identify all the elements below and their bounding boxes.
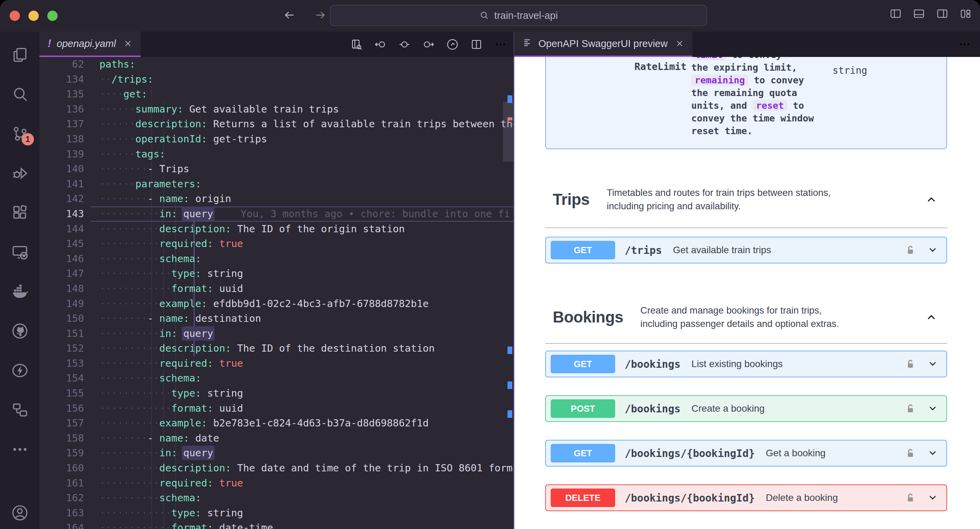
collapse-section-button[interactable] [924,194,939,204]
activity-item-search[interactable] [0,78,40,111]
line-number: 159 [40,446,91,461]
code-line-162[interactable]: 162··········schema: [40,491,513,506]
more-actions-button[interactable] [958,32,971,57]
code-line-163[interactable]: 163············type: string [40,506,513,521]
activity-item-flow[interactable] [0,394,40,426]
auth-lock-button[interactable] [905,402,916,416]
code-line-137[interactable]: 137······description: Returns a list of … [40,116,513,132]
overview-ruler-mark [508,410,512,418]
operation-row-get-bookingsbookingId[interactable]: GET/bookings/{bookingId}Get a booking [545,440,947,467]
editor-action-ellipsis[interactable] [493,37,507,51]
operation-row-delete-bookingsbookingId[interactable]: DELETE/bookings/{bookingId}Delete a book… [545,484,947,511]
activity-item-extensions[interactable] [0,196,40,229]
collapse-section-button[interactable] [924,312,939,322]
code-line-62[interactable]: 62paths: [40,57,513,72]
chevron-down-icon [926,245,940,255]
editor-action-preview-search[interactable] [349,37,363,51]
editor-action-split[interactable] [469,37,483,51]
layout-bottom-button[interactable] [912,7,926,21]
activity-item-lightning[interactable] [0,354,40,387]
code-line-150[interactable]: 150········- name: destination [40,311,513,326]
code-line-149[interactable]: 149··········example: efdbb9d1-02c2-4bc3… [40,296,513,311]
code-line-134[interactable]: 134··/trips: [40,72,513,87]
code-editor[interactable]: 62paths:134··/trips:135····get:136······… [40,57,513,529]
split-icon [470,38,483,51]
activity-item-remote[interactable] [0,236,40,269]
editor-action-next-change[interactable] [422,37,435,51]
editor-action-api-run[interactable] [445,37,459,51]
code-line-164[interactable]: 164············format: date-time [40,520,513,529]
layout-custom-button[interactable] [959,7,972,21]
code-line-158[interactable]: 158········- name: date [40,431,513,446]
activity-item-files[interactable] [0,38,40,71]
layout-right-button[interactable] [935,7,949,21]
expand-operation-button[interactable] [926,449,940,458]
editor-action-change[interactable] [398,37,411,51]
activity-item-ellipsis[interactable] [0,433,40,466]
operation-row-get-trips[interactable]: GET/tripsGet available train trips [545,237,947,263]
code-line-151[interactable]: 151··········in: query [40,326,513,341]
code-line-154[interactable]: 154··········schema: [40,371,513,386]
code-line-155[interactable]: 155············type: string [40,386,513,401]
code-line-147[interactable]: 147············type: string [40,266,513,281]
code-line-146[interactable]: 146··········schema: [40,252,513,266]
code-line-138[interactable]: 138······operationId: get-trips [40,132,513,147]
auth-lock-button[interactable] [905,491,916,505]
tab-label: openapi.yaml [57,38,116,49]
auth-lock-button[interactable] [905,357,916,371]
close-tab-button[interactable] [123,39,132,48]
close-tab-button[interactable] [675,39,684,48]
code-line-144[interactable]: 144··········description: The ID of the … [40,221,513,237]
code-line-145[interactable]: 145··········required: true [40,236,513,252]
activity-item-docker[interactable] [0,275,40,308]
tab-swagger-preview[interactable]: OpenAPI SwaggerUI preview [514,32,692,57]
code-line-156[interactable]: 156············format: uuid [40,401,513,416]
code-line-143[interactable]: 143··········in: queryYou, 3 months ago … [40,207,513,221]
code-line-148[interactable]: 148············format: uuid [40,281,513,296]
back-button[interactable] [280,6,298,24]
editor-scrollbar[interactable] [503,102,513,162]
expand-operation-button[interactable] [926,493,940,502]
overview-ruler-mark [508,346,512,354]
code-line-141[interactable]: 141······parameters: [40,177,513,192]
code-line-152[interactable]: 152··········description: The ID of the … [40,341,513,356]
warning-indicator-icon: ! [48,37,51,50]
zoom-window-button[interactable] [47,11,57,21]
minimize-window-button[interactable] [29,11,39,21]
code-line-153[interactable]: 153··········required: true [40,356,513,371]
header-description: limit to conveythe expiring limit,remain… [691,57,825,148]
activity-item-github[interactable] [0,315,40,347]
operation-path: /bookings [625,403,681,415]
lock-open-icon [905,357,916,371]
operation-path: /bookings/{bookingId} [625,492,755,504]
line-number: 156 [40,401,91,416]
activity-bar: 1 [0,32,40,529]
tab-openapi-yaml[interactable]: ! openapi.yaml [40,32,141,57]
expand-operation-button[interactable] [926,360,940,368]
auth-lock-button[interactable] [905,446,916,460]
code-line-157[interactable]: 157··········example: b2e783e1-c824-4d63… [40,416,513,431]
forward-button[interactable] [311,6,329,24]
operation-row-post-bookings[interactable]: POST/bookingsCreate a booking [545,395,947,422]
expand-operation-button[interactable] [926,404,940,413]
code-line-136[interactable]: 136······summary: Get available train tr… [40,102,513,117]
close-window-button[interactable] [10,11,20,21]
code-line-160[interactable]: 160··········description: The date and t… [40,461,513,476]
editor-action-prev-change[interactable] [374,37,387,51]
layout-left-button[interactable] [889,7,902,21]
code-line-140[interactable]: 140········- Trips [40,162,513,177]
code-line-161[interactable]: 161··········required: true [40,476,513,491]
code-line-159[interactable]: 159··········in: query [40,446,513,461]
expand-operation-button[interactable] [926,245,940,255]
section-header-bookings: BookingsCreate and manage bookings for t… [545,301,947,333]
operation-path: /bookings/{bookingId} [625,447,755,459]
auth-lock-button[interactable] [905,243,916,257]
activity-item-debug[interactable] [0,157,40,190]
command-center-search[interactable]: train-travel-api [330,5,707,26]
activity-item-source-control[interactable]: 1 [0,117,40,150]
code-line-135[interactable]: 135····get: [40,87,513,102]
activity-item-account[interactable] [0,496,40,529]
code-line-142[interactable]: 142········- name: origin [40,191,513,207]
operation-row-get-bookings[interactable]: GET/bookingsList existing bookings [545,351,947,378]
code-line-139[interactable]: 139······tags: [40,147,513,162]
